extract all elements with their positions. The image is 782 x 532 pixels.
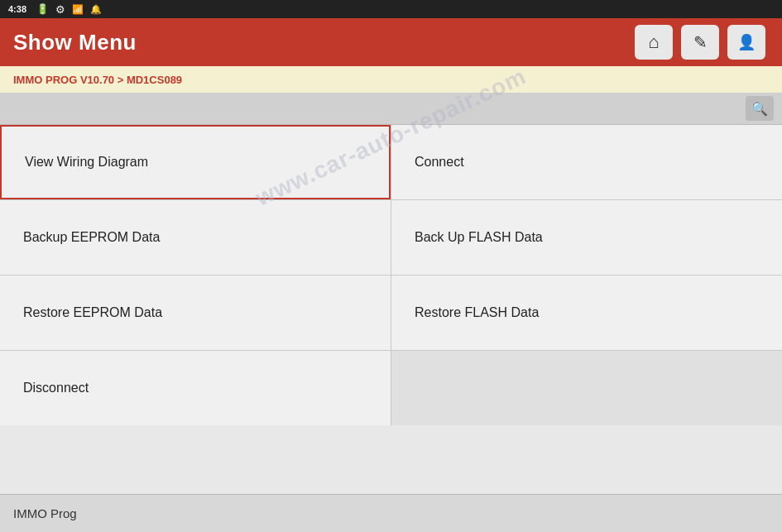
settings-icon [55, 3, 65, 16]
breadcrumb-text: IMMO PROG V10.70 > MD1CS089 [13, 74, 182, 86]
status-bar: 4:38 [0, 0, 782, 18]
header: Show Menu ⌂ ✎ 👤 [0, 18, 782, 66]
backup-eeprom-data-button[interactable]: Backup EEPROM Data [0, 200, 391, 275]
home-button[interactable]: ⌂ [635, 25, 673, 60]
empty-cell [391, 351, 782, 425]
volume-icon [90, 4, 102, 15]
battery-icon [36, 3, 49, 15]
footer-label: IMMO Prog [13, 506, 77, 520]
status-time: 4:38 [8, 4, 26, 14]
connect-button[interactable]: Connect [391, 125, 782, 199]
footer: IMMO Prog [0, 494, 782, 532]
page-title: Show Menu [13, 30, 137, 55]
main-grid: View Wiring Diagram Connect Backup EEPRO… [0, 124, 782, 425]
restore-eeprom-data-button[interactable]: Restore EEPROM Data [0, 276, 391, 350]
view-wiring-diagram-button[interactable]: View Wiring Diagram [0, 125, 391, 199]
edit-button[interactable]: ✎ [681, 25, 719, 60]
back-up-flash-data-button[interactable]: Back Up FLASH Data [391, 200, 782, 275]
header-icons: ⌂ ✎ 👤 [635, 25, 765, 60]
search-button[interactable]: 🔍 [746, 96, 774, 121]
search-bar: 🔍 [0, 93, 782, 124]
breadcrumb: IMMO PROG V10.70 > MD1CS089 [0, 66, 782, 93]
user-button[interactable]: 👤 [727, 25, 765, 60]
restore-flash-data-button[interactable]: Restore FLASH Data [391, 276, 782, 350]
disconnect-button[interactable]: Disconnect [0, 351, 391, 425]
signal-icon [72, 4, 84, 15]
